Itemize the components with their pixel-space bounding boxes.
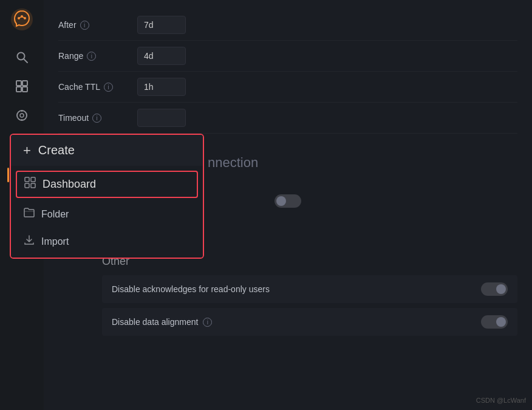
create-plus-icon: + [23, 144, 31, 157]
connection-toggle-switch[interactable] [275, 194, 301, 208]
grafana-logo[interactable] [10, 7, 34, 32]
disable-data-alignment-label: Disable data alignment [112, 317, 198, 327]
after-label-text: After [58, 20, 77, 30]
create-menu-label: Create [38, 143, 75, 157]
create-folder-item[interactable]: Folder [11, 200, 203, 228]
svg-rect-8 [16, 87, 21, 92]
sidebar-item-dashboards[interactable] [10, 75, 34, 100]
range-value[interactable]: 4d [137, 47, 186, 65]
svg-rect-15 [25, 177, 29, 182]
svg-rect-16 [31, 177, 35, 182]
cache-ttl-field-row: Cache TTL i 1h [58, 72, 517, 103]
folder-icon [23, 207, 35, 222]
search-icon [15, 50, 29, 67]
settings-form: After i 7d Range i 4d Cache TTL i 1h Tim… [44, 0, 532, 143]
other-section: Other Disable acknowledges for read-only… [87, 255, 532, 341]
disable-data-alignment-toggle[interactable] [481, 315, 508, 329]
cache-ttl-value[interactable]: 1h [137, 78, 186, 96]
dashboard-grid-icon [24, 177, 36, 192]
dashboards-icon [15, 80, 29, 96]
timeout-info-icon[interactable]: i [92, 114, 101, 123]
svg-rect-9 [22, 87, 27, 92]
svg-point-10 [17, 111, 27, 120]
sidebar-item-search[interactable] [10, 46, 34, 70]
cache-ttl-label: Cache TTL i [58, 82, 137, 92]
after-field-row: After i 7d [58, 10, 517, 41]
data-alignment-info-icon[interactable]: i [203, 318, 212, 327]
create-dashboard-item[interactable]: Dashboard [16, 171, 198, 198]
svg-point-11 [20, 114, 24, 117]
svg-rect-18 [31, 183, 35, 188]
create-menu[interactable]: + Create Dashboard Fol [10, 134, 204, 259]
range-label-text: Range [58, 51, 83, 61]
connection-text: nnection [208, 155, 258, 171]
timeout-field-row: Timeout i [58, 103, 517, 134]
explore-icon [15, 109, 29, 125]
timeout-value[interactable] [137, 109, 186, 127]
range-label: Range i [58, 51, 137, 61]
create-menu-items: Dashboard Folder Import [11, 166, 203, 258]
create-import-item[interactable]: Import [11, 228, 203, 255]
import-icon [23, 234, 35, 249]
cache-ttl-info-icon[interactable]: i [104, 83, 113, 92]
timeout-label: Timeout i [58, 113, 137, 123]
range-field-row: Range i 4d [58, 41, 517, 72]
disable-data-alignment-row: Disable data alignment i [102, 308, 517, 336]
sidebar-item-explore[interactable] [10, 104, 34, 129]
svg-rect-6 [16, 81, 21, 86]
disable-acknowledges-toggle[interactable] [481, 282, 508, 296]
svg-line-5 [24, 59, 27, 63]
disable-acknowledges-label: Disable acknowledges for read-only users [112, 284, 270, 294]
timeout-label-text: Timeout [58, 113, 89, 123]
disable-acknowledges-row: Disable acknowledges for read-only users [102, 275, 517, 303]
after-label: After i [58, 20, 137, 30]
after-value[interactable]: 7d [137, 16, 186, 34]
create-folder-label: Folder [41, 209, 69, 220]
create-import-label: Import [41, 236, 69, 247]
range-info-icon[interactable]: i [87, 52, 96, 61]
svg-rect-17 [25, 183, 29, 188]
svg-rect-7 [22, 81, 27, 86]
connection-toggle[interactable] [275, 194, 301, 208]
create-menu-header[interactable]: + Create [11, 135, 203, 166]
watermark: CSDN @LcWanf [476, 397, 526, 404]
create-dashboard-label: Dashboard [43, 178, 96, 191]
cache-ttl-label-text: Cache TTL [58, 82, 100, 92]
after-info-icon[interactable]: i [80, 21, 89, 30]
